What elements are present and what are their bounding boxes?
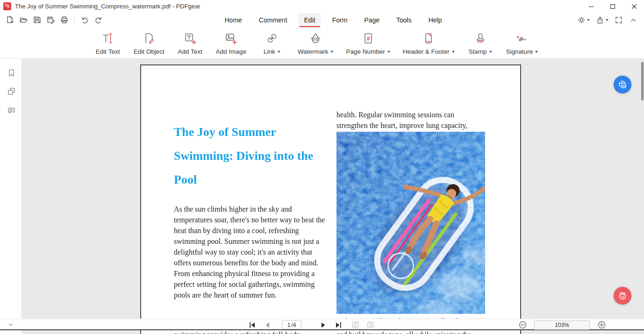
minimize-button[interactable] xyxy=(586,1,597,12)
svg-text:w: w xyxy=(622,84,625,87)
tab-home[interactable]: Home xyxy=(219,13,247,27)
convert-to-word-icon: w xyxy=(617,79,628,90)
bookmarks-icon[interactable] xyxy=(6,68,16,78)
stamp-button[interactable]: Stamp xyxy=(467,31,494,55)
undo-icon[interactable] xyxy=(79,14,90,25)
add-image-icon xyxy=(224,31,237,45)
rotate-left-button[interactable] xyxy=(351,321,359,329)
page-number-label: Page Number xyxy=(346,48,385,55)
edit-text-button[interactable]: Edit Text xyxy=(95,31,121,55)
page-number-button[interactable]: # Page Number xyxy=(346,31,390,55)
save-as-icon[interactable] xyxy=(45,14,56,25)
close-button[interactable] xyxy=(629,1,640,12)
next-page-button[interactable] xyxy=(319,321,328,329)
zoom-level-box[interactable]: 103% xyxy=(534,320,590,330)
zoom-out-button[interactable] xyxy=(518,321,527,329)
document-paragraph: As the sun climbs higher in the sky and … xyxy=(174,204,325,300)
open-file-icon[interactable] xyxy=(18,14,29,25)
signature-label: Signature xyxy=(506,48,533,55)
add-text-icon xyxy=(184,31,197,45)
svg-text:#: # xyxy=(366,36,370,42)
tab-form-label: Form xyxy=(332,16,348,24)
tab-form[interactable]: Form xyxy=(327,13,353,27)
tab-tools[interactable]: Tools xyxy=(391,13,417,27)
pdf-page[interactable]: The Joy of Summer Swimming: Diving into … xyxy=(140,64,521,334)
edit-text-icon xyxy=(101,31,114,45)
pool-photo xyxy=(336,132,485,314)
maximize-button[interactable] xyxy=(607,1,618,12)
add-text-button[interactable]: Add Text xyxy=(177,31,203,55)
edit-object-icon xyxy=(143,31,156,45)
page-number-icon: # xyxy=(362,31,375,45)
first-page-button[interactable] xyxy=(248,321,257,329)
zoom-level-value: 103% xyxy=(555,322,569,328)
tab-edit[interactable]: Edit xyxy=(299,13,321,27)
header-footer-button[interactable]: Header & Footer xyxy=(403,31,455,55)
share-caret-icon xyxy=(606,19,608,21)
add-image-button[interactable]: Add Image xyxy=(216,31,246,55)
tab-comment[interactable]: Comment xyxy=(253,13,293,27)
tab-tools-label: Tools xyxy=(396,16,412,24)
link-caret-icon xyxy=(278,51,280,53)
link-label: Link xyxy=(264,48,275,55)
stamp-caret-icon xyxy=(489,51,492,53)
fullscreen-button[interactable] xyxy=(615,16,623,24)
last-page-button[interactable] xyxy=(334,321,343,329)
page-thumbnails-icon[interactable] xyxy=(6,86,16,96)
edit-object-label: Edit Object xyxy=(134,48,165,55)
menu-tabs: Home Comment Edit Form Page Tools Help xyxy=(219,13,447,27)
link-icon xyxy=(265,31,279,45)
vertical-scrollbar-thumb[interactable] xyxy=(641,62,644,100)
rotate-right-button[interactable] xyxy=(366,321,374,329)
page-total: /4 xyxy=(291,322,296,328)
previous-page-button[interactable] xyxy=(263,321,272,329)
tab-page-label: Page xyxy=(364,16,379,24)
status-bar: 1/4 103% xyxy=(0,319,644,330)
ribbon-toolbar: Edit Text Edit Object Add Text Add Image… xyxy=(0,27,644,59)
share-button[interactable] xyxy=(596,16,608,24)
header-footer-caret-icon xyxy=(452,51,455,53)
link-button[interactable]: Link xyxy=(259,31,285,55)
watermark-button[interactable]: Watermark xyxy=(298,31,334,55)
toolbar-divider xyxy=(74,16,75,23)
page-number-caret-icon xyxy=(387,51,390,53)
edit-object-button[interactable]: Edit Object xyxy=(134,31,165,55)
new-file-icon[interactable] xyxy=(5,14,15,25)
theme-button[interactable] xyxy=(577,16,590,24)
stamp-label: Stamp xyxy=(469,48,487,55)
menu-bar: Home Comment Edit Form Page Tools Help xyxy=(0,13,644,27)
right-column-line2: strengthen the heart, improve lung capac… xyxy=(336,120,489,131)
tab-home-label: Home xyxy=(224,16,242,24)
expand-panel-chevron-icon[interactable] xyxy=(7,320,15,329)
convert-to-word-button[interactable]: w xyxy=(614,76,631,93)
zoom-controls: 103% xyxy=(518,319,606,331)
tab-comment-label: Comment xyxy=(259,16,287,24)
signature-button[interactable]: Signature xyxy=(506,31,538,55)
header-right-controls xyxy=(577,13,637,27)
zoom-in-button[interactable] xyxy=(597,321,606,329)
page-current[interactable]: 1 xyxy=(287,322,291,328)
right-column-line1: health. Regular swimming sessions can xyxy=(336,109,489,120)
quick-access-toolbar xyxy=(5,14,104,25)
tab-help[interactable]: Help xyxy=(423,13,448,27)
pdfgear-logo-icon xyxy=(3,2,11,10)
document-area: The Joy of Summer Swimming: Diving into … xyxy=(0,59,644,334)
left-panel-bar xyxy=(0,59,22,334)
stamp-icon xyxy=(474,31,487,45)
header-footer-label: Header & Footer xyxy=(403,48,450,55)
redo-icon[interactable] xyxy=(93,14,104,25)
theme-caret-icon xyxy=(587,19,590,21)
ai-assistant-button[interactable] xyxy=(614,287,631,305)
tab-page[interactable]: Page xyxy=(358,13,385,27)
save-icon[interactable] xyxy=(32,14,43,25)
collapse-ribbon-button[interactable] xyxy=(629,16,637,24)
watermark-icon xyxy=(309,31,322,45)
tab-edit-label: Edit xyxy=(304,16,315,24)
print-icon[interactable] xyxy=(59,14,70,25)
page-number-box[interactable]: 1/4 xyxy=(282,320,301,329)
comments-icon[interactable] xyxy=(6,105,16,115)
window-title: The Joy of Summer Swimming_Compress_wate… xyxy=(15,0,200,13)
signature-caret-icon xyxy=(535,51,538,53)
ai-assistant-robot-icon xyxy=(617,290,628,301)
page-navigation: 1/4 xyxy=(248,319,374,331)
